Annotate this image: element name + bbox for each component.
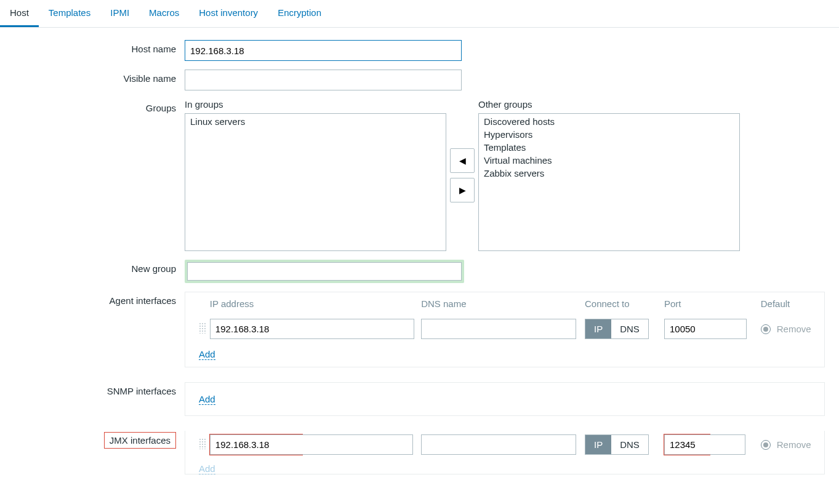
agent-interfaces-table: IP address DNS name Connect to Port Defa… (185, 292, 825, 367)
agent-connect-ip-button[interactable]: IP (585, 319, 611, 338)
tab-encryption[interactable]: Encryption (268, 0, 331, 27)
snmp-add-link[interactable]: Add (199, 394, 215, 405)
agent-add-link[interactable]: Add (199, 349, 215, 360)
new-group-highlight (185, 260, 464, 283)
label-visible-name: Visible name (0, 70, 185, 84)
col-connect-header: Connect to (585, 298, 664, 309)
agent-remove-link: Remove (777, 324, 811, 334)
agent-connect-dns-button[interactable]: DNS (611, 319, 648, 338)
jmx-add-link[interactable]: Add (199, 463, 215, 474)
jmx-connect-ip-button[interactable]: IP (585, 435, 611, 454)
list-item[interactable]: Linux servers (185, 115, 446, 128)
drag-handle-icon[interactable] (199, 322, 206, 334)
jmx-port-highlight (664, 434, 710, 455)
jmx-interfaces-table: IP DNS Remove Add (185, 431, 825, 474)
tab-ipmi[interactable]: IPMI (100, 0, 139, 27)
interface-row: IP DNS Remove (185, 314, 824, 344)
tab-templates[interactable]: Templates (39, 0, 100, 27)
label-agent-interfaces: Agent interfaces (0, 292, 185, 306)
jmx-port-input-tail[interactable] (710, 434, 745, 455)
label-new-group: New group (0, 260, 185, 274)
visible-name-input[interactable] (185, 70, 462, 90)
col-port-header: Port (664, 298, 761, 309)
jmx-port-input[interactable] (664, 434, 710, 455)
col-ip-header: IP address (210, 298, 421, 309)
other-groups-listbox[interactable]: Discovered hosts Hypervisors Templates V… (478, 113, 740, 251)
move-left-button[interactable]: ◀ (450, 148, 475, 173)
host-name-input[interactable] (185, 40, 462, 61)
agent-default-radio[interactable] (761, 324, 771, 334)
agent-ip-input[interactable] (210, 319, 414, 339)
list-item[interactable]: Zabbix servers (479, 167, 739, 180)
agent-connect-segmented: IP DNS (585, 319, 649, 339)
snmp-interfaces-box: Add (185, 382, 825, 416)
jmx-ip-highlight (210, 434, 302, 455)
list-item[interactable]: Discovered hosts (479, 115, 739, 128)
jmx-default-radio[interactable] (761, 440, 771, 450)
jmx-label-highlight: JMX interfaces (104, 432, 176, 449)
jmx-ip-input[interactable] (210, 434, 302, 455)
new-group-input[interactable] (187, 262, 462, 281)
label-other-groups: Other groups (478, 99, 740, 110)
label-host-name: Host name (0, 40, 185, 54)
agent-dns-input[interactable] (421, 319, 576, 339)
in-groups-listbox[interactable]: Linux servers (185, 113, 446, 251)
drag-handle-icon[interactable] (199, 438, 206, 449)
triangle-right-icon: ▶ (459, 185, 466, 195)
label-snmp-interfaces: SNMP interfaces (0, 382, 185, 396)
interface-row: IP DNS Remove (185, 431, 824, 458)
list-item[interactable]: Hypervisors (479, 128, 739, 141)
jmx-ip-input-tail[interactable] (302, 434, 413, 455)
jmx-dns-input[interactable] (421, 434, 576, 455)
triangle-left-icon: ◀ (459, 156, 466, 166)
col-default-header: Default (761, 298, 816, 309)
tab-bar: Host Templates IPMI Macros Host inventor… (0, 0, 839, 28)
label-in-groups: In groups (185, 99, 446, 110)
jmx-connect-dns-button[interactable]: DNS (611, 435, 648, 454)
tab-host[interactable]: Host (0, 0, 39, 27)
jmx-connect-segmented: IP DNS (585, 434, 649, 455)
move-right-button[interactable]: ▶ (450, 178, 475, 202)
tab-macros[interactable]: Macros (139, 0, 189, 27)
list-item[interactable]: Templates (479, 141, 739, 154)
agent-port-input[interactable] (664, 319, 747, 339)
label-groups: Groups (0, 99, 185, 113)
tab-host-inventory[interactable]: Host inventory (189, 0, 268, 27)
col-dns-header: DNS name (421, 298, 585, 309)
jmx-remove-link: Remove (777, 439, 811, 450)
label-jmx-interfaces: JMX interfaces (0, 431, 185, 449)
list-item[interactable]: Virtual machines (479, 154, 739, 167)
